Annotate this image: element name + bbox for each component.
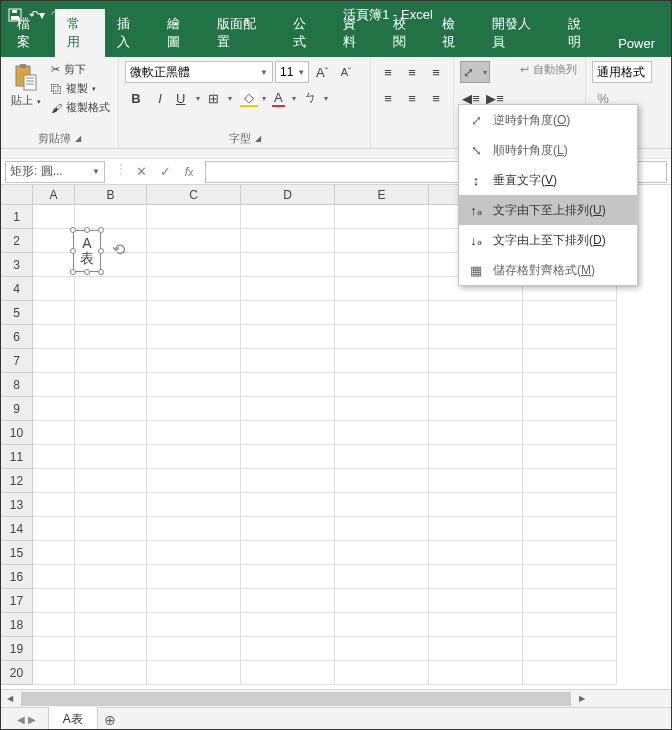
cell[interactable]	[33, 205, 75, 229]
cell[interactable]	[241, 349, 335, 373]
font-name-combo[interactable]: 微軟正黑體▼	[125, 61, 273, 83]
cell[interactable]	[335, 469, 429, 493]
row-header-2[interactable]: 2	[1, 229, 33, 253]
cell[interactable]	[33, 325, 75, 349]
cell[interactable]	[241, 589, 335, 613]
cell[interactable]	[33, 229, 75, 253]
cell[interactable]	[335, 565, 429, 589]
cell[interactable]	[147, 469, 241, 493]
cell[interactable]	[523, 541, 617, 565]
cell[interactable]	[523, 589, 617, 613]
cell[interactable]	[429, 397, 523, 421]
resize-handle-tl[interactable]	[70, 227, 76, 233]
cell[interactable]	[523, 373, 617, 397]
cell[interactable]	[335, 613, 429, 637]
underline-button[interactable]: U▾	[173, 87, 203, 109]
cell[interactable]	[75, 397, 147, 421]
orient-item-2[interactable]: ↕垂直文字(V)	[459, 165, 637, 195]
row-header-8[interactable]: 8	[1, 373, 33, 397]
cell[interactable]	[429, 349, 523, 373]
cell[interactable]	[147, 661, 241, 685]
resize-handle-tm[interactable]	[84, 227, 90, 233]
orient-item-5[interactable]: ▦儲存格對齊格式(M)	[459, 255, 637, 285]
format-painter-button[interactable]: 🖌複製格式	[49, 99, 112, 116]
align-bottom-button[interactable]: ≡	[425, 61, 447, 83]
fx-button[interactable]: fx	[179, 162, 199, 182]
cell[interactable]	[241, 397, 335, 421]
col-header-A[interactable]: A	[33, 185, 75, 205]
cell[interactable]	[147, 613, 241, 637]
cell[interactable]	[147, 421, 241, 445]
scroll-thumb[interactable]	[21, 692, 571, 706]
wrap-text-button[interactable]: ↩自動換列	[518, 61, 579, 78]
cell[interactable]	[147, 301, 241, 325]
cell[interactable]	[429, 517, 523, 541]
cell[interactable]	[429, 421, 523, 445]
cell[interactable]	[523, 613, 617, 637]
row-header-18[interactable]: 18	[1, 613, 33, 637]
phonetic-button[interactable]: ㄅ▾	[301, 87, 331, 109]
col-header-E[interactable]: E	[335, 185, 429, 205]
row-header-13[interactable]: 13	[1, 493, 33, 517]
cell[interactable]	[147, 205, 241, 229]
cell[interactable]	[75, 613, 147, 637]
enter-button[interactable]: ✓	[155, 162, 175, 182]
cell[interactable]	[523, 301, 617, 325]
row-header-16[interactable]: 16	[1, 565, 33, 589]
cell[interactable]	[241, 517, 335, 541]
cell[interactable]	[335, 541, 429, 565]
row-header-11[interactable]: 11	[1, 445, 33, 469]
cell[interactable]	[429, 445, 523, 469]
col-header-B[interactable]: B	[75, 185, 147, 205]
cell[interactable]	[33, 253, 75, 277]
horizontal-scrollbar[interactable]: ◀ ▶	[1, 689, 671, 707]
redo-icon[interactable]: ↷▾	[51, 7, 67, 23]
clipboard-dialog-launcher-icon[interactable]: ◢	[75, 134, 81, 143]
cell[interactable]	[33, 565, 75, 589]
cell[interactable]	[523, 325, 617, 349]
cell[interactable]	[75, 661, 147, 685]
number-format-combo[interactable]: 通用格式	[592, 61, 652, 83]
cell[interactable]	[429, 565, 523, 589]
cell[interactable]	[33, 301, 75, 325]
font-color-button[interactable]: A▾	[269, 87, 299, 109]
cell[interactable]	[33, 277, 75, 301]
cell[interactable]	[335, 373, 429, 397]
cell[interactable]	[33, 349, 75, 373]
align-center-button[interactable]: ≡	[401, 87, 423, 109]
cell[interactable]	[75, 541, 147, 565]
cell[interactable]	[335, 493, 429, 517]
cell[interactable]	[429, 493, 523, 517]
new-sheet-button[interactable]: ⊕	[98, 712, 122, 728]
cell[interactable]	[147, 493, 241, 517]
cell[interactable]	[241, 229, 335, 253]
cell[interactable]	[335, 277, 429, 301]
cut-button[interactable]: ✂剪下	[49, 61, 112, 78]
scroll-right-icon[interactable]: ▶	[573, 691, 591, 707]
cell[interactable]	[241, 613, 335, 637]
cell[interactable]	[241, 637, 335, 661]
cell[interactable]	[75, 445, 147, 469]
cell[interactable]	[75, 373, 147, 397]
cell[interactable]	[75, 301, 147, 325]
tab-data[interactable]: 資料	[331, 9, 381, 57]
cell[interactable]	[241, 661, 335, 685]
cell[interactable]	[75, 421, 147, 445]
row-header-12[interactable]: 12	[1, 469, 33, 493]
cell[interactable]	[429, 637, 523, 661]
align-right-button[interactable]: ≡	[425, 87, 447, 109]
cell[interactable]	[75, 277, 147, 301]
cell[interactable]	[241, 253, 335, 277]
cell[interactable]	[75, 637, 147, 661]
cell[interactable]	[241, 205, 335, 229]
cell[interactable]	[335, 589, 429, 613]
tab-review[interactable]: 校閱	[381, 9, 431, 57]
textbox-shape[interactable]: A 表 ⟲	[73, 230, 101, 272]
font-dialog-launcher-icon[interactable]: ◢	[255, 134, 261, 143]
row-header-1[interactable]: 1	[1, 205, 33, 229]
cell[interactable]	[335, 637, 429, 661]
cell[interactable]	[147, 445, 241, 469]
row-header-6[interactable]: 6	[1, 325, 33, 349]
align-middle-button[interactable]: ≡	[401, 61, 423, 83]
cell[interactable]	[33, 373, 75, 397]
